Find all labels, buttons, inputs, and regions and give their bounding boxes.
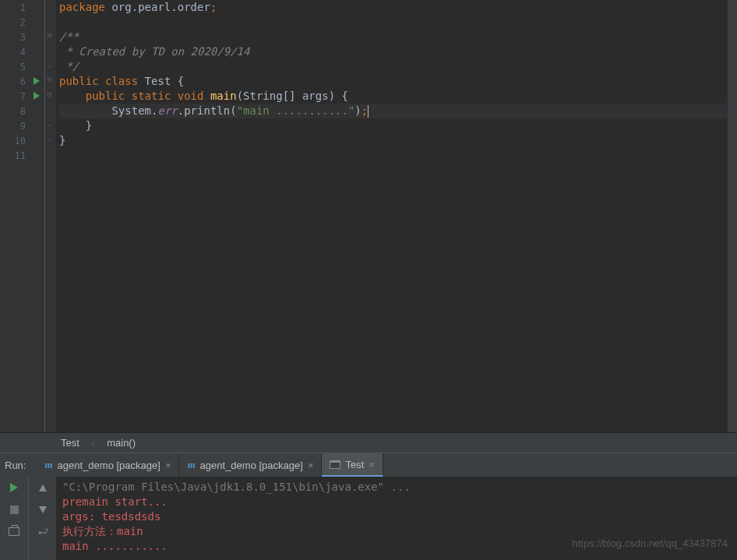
fold-column: ⊟ ⌟ ⊟ ⊟ ⌟ ⌟ bbox=[45, 0, 56, 432]
line-number[interactable]: 11 bbox=[0, 148, 44, 163]
fold-start-icon[interactable]: ⊟ bbox=[48, 76, 51, 83]
dump-threads-button[interactable] bbox=[8, 525, 20, 537]
line-number[interactable]: 8 bbox=[0, 104, 44, 118]
stop-button[interactable] bbox=[8, 503, 20, 516]
up-button[interactable] bbox=[37, 481, 49, 494]
editor-area: 1 2 3 4 5 6 7 8 9 10 11 ⊟ ⌟ ⊟ ⊟ ⌟ ⌟ pack… bbox=[0, 0, 737, 432]
line-number[interactable]: 6 bbox=[0, 74, 44, 89]
run-toolbar-nav: ⮐ bbox=[28, 477, 56, 560]
line-number[interactable]: 5 bbox=[0, 59, 44, 74]
run-toolbar-left bbox=[0, 477, 28, 560]
line-number[interactable]: 3 bbox=[0, 30, 44, 44]
run-tab-test[interactable]: Test × bbox=[322, 453, 383, 477]
chevron-right-icon: › bbox=[92, 438, 94, 447]
gutter: 1 2 3 4 5 6 7 8 9 10 11 bbox=[0, 0, 45, 432]
code-area[interactable]: package org.pearl.order; /** * Created b… bbox=[56, 0, 737, 432]
console-line: args: tesdsdsds bbox=[62, 509, 731, 524]
vertical-scrollbar[interactable] bbox=[728, 0, 737, 432]
close-icon[interactable]: × bbox=[368, 459, 375, 470]
fold-end-icon[interactable]: ⌟ bbox=[48, 134, 51, 142]
maven-icon: m bbox=[44, 459, 52, 471]
line-number[interactable]: 4 bbox=[0, 44, 44, 59]
fold-end-icon[interactable]: ⌟ bbox=[48, 119, 51, 127]
breadcrumb-class[interactable]: Test bbox=[61, 437, 79, 449]
run-tab-agent-demo-2[interactable]: m agent_demo [package] × bbox=[179, 453, 322, 477]
line-number[interactable]: 9 bbox=[0, 118, 44, 133]
soft-wrap-button[interactable]: ⮐ bbox=[37, 525, 49, 537]
console-line: "C:\Program Files\Java\jdk1.8.0_151\bin\… bbox=[62, 480, 731, 495]
application-icon bbox=[330, 460, 340, 469]
line-number[interactable]: 2 bbox=[0, 15, 44, 30]
maven-icon: m bbox=[187, 459, 195, 471]
line-number[interactable]: 1 bbox=[0, 0, 44, 15]
fold-end-icon[interactable]: ⌟ bbox=[48, 61, 51, 69]
fold-start-icon[interactable]: ⊟ bbox=[48, 31, 51, 39]
line-number[interactable]: 10 bbox=[0, 133, 44, 148]
run-gutter-icon[interactable] bbox=[34, 77, 40, 85]
line-number[interactable]: 7 bbox=[0, 89, 44, 104]
breadcrumb-method[interactable]: main() bbox=[107, 437, 136, 449]
watermark: https://blog.csdn.net/qq_43437874 bbox=[573, 537, 728, 549]
rerun-button[interactable] bbox=[8, 481, 20, 494]
run-label: Run: bbox=[0, 460, 37, 471]
run-tabs: Run: m agent_demo [package] × m agent_de… bbox=[0, 453, 737, 477]
fold-start-icon[interactable]: ⊟ bbox=[48, 90, 51, 98]
breadcrumb: Test › main() bbox=[0, 432, 737, 453]
run-tab-agent-demo-1[interactable]: m agent_demo [package] × bbox=[37, 453, 179, 477]
close-icon[interactable]: × bbox=[308, 460, 314, 471]
text-cursor bbox=[368, 105, 368, 118]
down-button[interactable] bbox=[37, 503, 49, 516]
run-gutter-icon[interactable] bbox=[34, 92, 40, 100]
close-icon[interactable]: × bbox=[165, 460, 171, 471]
console-line: premain start... bbox=[62, 495, 731, 509]
